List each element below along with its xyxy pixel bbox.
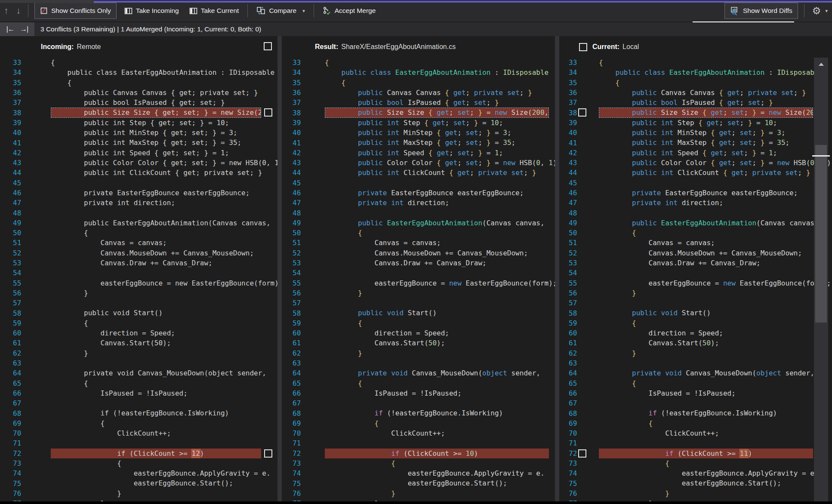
code-row: 67 <box>0 398 277 408</box>
code-token: Size( <box>507 108 532 117</box>
chevron-down-icon[interactable]: ▾ <box>825 8 828 14</box>
code-token <box>109 219 113 227</box>
code-token: ; <box>487 98 495 107</box>
chevron-down-icon[interactable]: ▾ <box>302 8 305 14</box>
line-gutter: 57 <box>282 298 325 308</box>
take-incoming-button[interactable]: Take Incoming <box>119 3 184 18</box>
vertical-scrollbar[interactable] <box>814 58 828 501</box>
pane-checkbox[interactable] <box>264 42 272 50</box>
line-gutter: 43 <box>282 158 325 168</box>
line-number: 39 <box>569 119 577 127</box>
code-token: object <box>756 369 781 377</box>
line-number: 60 <box>569 329 577 337</box>
code-token: { <box>424 119 428 127</box>
line-gutter: 39 <box>559 118 599 128</box>
compare-button[interactable]: Compare ▾ <box>251 3 310 18</box>
code-line: private EasterEggBounce easterEggBounce; <box>325 188 555 198</box>
code-token <box>657 138 661 147</box>
line-gutter: 34 <box>0 68 51 77</box>
code-token: public <box>84 108 109 117</box>
code-token: ; <box>250 169 258 177</box>
code-token: ; <box>798 169 806 177</box>
code-row: 49 public EasterEggAboutAnimation(Canvas… <box>282 218 555 228</box>
code-row: 37 public bool IsPaused { get; set; } <box>282 98 555 108</box>
code-line: public class EasterEggAboutAnimation : I… <box>325 68 555 77</box>
gear-icon[interactable]: ⚙ <box>808 5 823 17</box>
code-line: private void Canvas_MouseDown(object sen… <box>325 368 555 378</box>
conflict-checkbox[interactable] <box>578 449 586 458</box>
scrollbar-thumb[interactable] <box>815 145 827 323</box>
code-row: 56 } <box>559 288 832 298</box>
code-area[interactable]: 33{34 public class EasterEggAboutAnimati… <box>0 58 277 501</box>
next-conflict-button[interactable]: ↓ <box>12 6 25 16</box>
code-token: set <box>457 108 470 117</box>
take-current-icon <box>189 7 197 15</box>
code-token <box>233 169 237 177</box>
show-word-diffs-button[interactable]: ab Show Word Diffs <box>724 3 798 19</box>
line-number: 65 <box>13 379 21 387</box>
line-gutter: 57 <box>559 298 599 308</box>
line-gutter: 48 <box>282 208 325 218</box>
code-token: } <box>487 129 491 137</box>
code-line: public int Speed { get; set; } = 1; <box>51 148 277 158</box>
line-number: 75 <box>13 479 21 488</box>
previous-conflict-button[interactable]: ↑ <box>0 6 12 16</box>
code-token: (Canvas canvas, <box>208 219 274 227</box>
code-token: private <box>358 369 387 377</box>
code-row: 62 } <box>559 348 832 358</box>
code-row: 51 Canvas = canvas; <box>282 238 555 248</box>
code-token: Canvas = canvas; <box>325 239 441 247</box>
code-token <box>383 98 387 107</box>
accept-merge-button[interactable]: Accept Merge <box>317 3 381 18</box>
line-number: 68 <box>293 409 301 418</box>
go-first-conflict-button[interactable]: |← <box>6 25 14 33</box>
code-line: IsPaused = !IsPaused; <box>51 388 277 398</box>
conflict-checkbox[interactable] <box>264 108 272 117</box>
line-number: 34 <box>293 68 301 77</box>
code-area[interactable]: 33{34 public class EasterEggAboutAnimati… <box>282 58 555 501</box>
code-row: 47 private int direction; <box>0 198 277 208</box>
code-line: } <box>325 348 555 358</box>
go-last-conflict-button[interactable]: →| <box>20 25 28 33</box>
code-line: public int MinStep { get; set; } = 3; <box>325 128 555 138</box>
line-gutter: 43 <box>0 158 51 168</box>
code-token: ; <box>744 169 752 177</box>
show-conflicts-only-button[interactable]: Show Conflicts Only <box>34 3 117 19</box>
conflict-word-diff: 11 <box>740 449 748 458</box>
code-token: ; <box>723 149 731 157</box>
code-token: get <box>457 169 470 177</box>
line-gutter: 50 <box>559 228 599 238</box>
code-token: IsPaused = !IsPaused; <box>51 389 188 397</box>
scrollbar-up-arrow-icon[interactable] <box>814 60 828 68</box>
code-token: Color Color <box>109 159 163 167</box>
conflict-checkbox[interactable] <box>264 449 272 458</box>
pane-title-label: Incoming: <box>41 43 74 51</box>
code-token: ; <box>233 129 237 137</box>
take-current-button[interactable]: Take Current <box>184 3 244 18</box>
line-gutter: 64 <box>282 368 325 378</box>
code-line: public EasterEggAboutAnimation(Canvas ca… <box>51 218 277 228</box>
code-line: Canvas.MouseDown += Canvas_MouseDown; <box>325 248 555 258</box>
code-token <box>51 379 84 387</box>
code-token: Canvas Canvas <box>657 89 719 97</box>
line-number: 70 <box>569 429 577 437</box>
code-token <box>175 89 179 97</box>
line-number: 65 <box>569 379 577 387</box>
conflict-checkbox[interactable] <box>578 108 586 117</box>
code-token: get <box>158 119 171 127</box>
code-token: private <box>84 369 113 377</box>
code-row: 47 private int direction; <box>559 198 832 208</box>
code-token: ; <box>470 169 478 177</box>
code-token: { <box>649 419 653 427</box>
code-row: 70 ClickCount++; <box>282 428 555 438</box>
pane-checkbox[interactable] <box>579 43 587 51</box>
code-line: } <box>325 288 555 298</box>
line-gutter: 67 <box>559 398 599 408</box>
code-area[interactable]: 33{34 public class EasterEggAboutAnimati… <box>559 58 832 501</box>
code-token: public <box>84 89 109 97</box>
line-gutter: 62 <box>282 348 325 358</box>
code-token: get <box>179 98 192 107</box>
code-token: Size( <box>233 108 258 117</box>
code-token <box>599 489 665 498</box>
code-token: EasterEggBounce easterEggBounce; <box>661 189 798 197</box>
